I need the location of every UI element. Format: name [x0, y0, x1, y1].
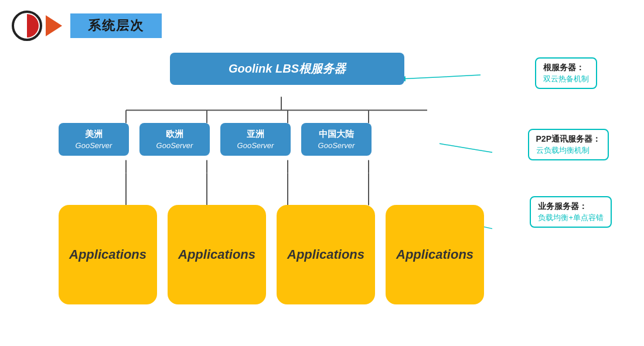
header: 系统层次	[0, 0, 644, 47]
app-box-2: Applications	[168, 205, 266, 304]
svg-line-17	[439, 143, 492, 152]
svg-marker-1	[46, 15, 62, 36]
region-name-asia: 亚洲	[231, 129, 280, 140]
app-row: Applications Applications Applications A…	[59, 205, 484, 304]
region-box-europe: 欧洲 GooServer	[139, 123, 210, 156]
app-label-1: Applications	[69, 247, 146, 262]
page-title: 系统层次	[70, 13, 162, 38]
region-sub-americas: GooServer	[69, 141, 118, 150]
callout-p2p-title: P2P通讯服务器：	[536, 134, 601, 143]
callout-p2p-sub: 云负载均衡机制	[536, 146, 590, 155]
callout-root-server: 根服务器： 双云热备机制	[535, 57, 597, 89]
arrow-icon	[46, 15, 62, 36]
region-name-europe: 欧洲	[150, 129, 199, 140]
region-sub-asia: GooServer	[231, 141, 280, 150]
region-sub-china: GooServer	[312, 141, 361, 150]
app-box-4: Applications	[386, 205, 484, 304]
app-label-2: Applications	[178, 247, 255, 262]
logo-icon	[12, 11, 42, 41]
app-box-3: Applications	[277, 205, 375, 304]
region-name-americas: 美洲	[69, 129, 118, 140]
callout-biz-server: 业务服务器： 负载均衡+单点容错	[530, 196, 612, 228]
app-label-4: Applications	[396, 247, 473, 262]
callout-biz-sub: 负载均衡+单点容错	[538, 213, 604, 222]
region-box-china: 中国大陆 GooServer	[301, 123, 372, 156]
diagram: Goolink LBS根服务器 美洲 GooServer 欧洲 GooServe…	[0, 47, 644, 340]
title-text: 系统层次	[88, 18, 144, 33]
app-box-1: Applications	[59, 205, 157, 304]
region-box-americas: 美洲 GooServer	[59, 123, 129, 156]
root-server-label: Goolink LBS根服务器	[229, 62, 346, 75]
svg-line-16	[398, 75, 481, 79]
region-box-asia: 亚洲 GooServer	[220, 123, 291, 156]
callout-root-title: 根服务器：	[543, 63, 584, 72]
app-label-3: Applications	[287, 247, 364, 262]
callout-p2p-server: P2P通讯服务器： 云负载均衡机制	[528, 129, 609, 160]
region-sub-europe: GooServer	[150, 141, 199, 150]
callout-root-sub: 双云热备机制	[543, 74, 589, 83]
root-server-box: Goolink LBS根服务器	[170, 53, 404, 85]
region-row: 美洲 GooServer 欧洲 GooServer 亚洲 GooServer 中…	[59, 123, 372, 156]
callout-biz-title: 业务服务器：	[538, 201, 587, 211]
region-name-china: 中国大陆	[312, 129, 361, 140]
